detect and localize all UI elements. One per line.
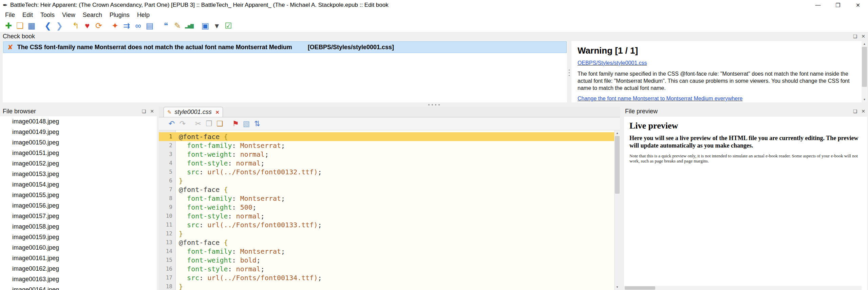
file-item[interactable]: image00150.jpeg (0, 137, 157, 148)
scroll-up-icon[interactable]: ▲ (615, 130, 620, 136)
code-area[interactable]: 1@font-face {2 font-family: Montserrat;3… (159, 130, 614, 290)
save-icon[interactable]: ▦ (26, 20, 37, 31)
file-item[interactable]: image00149.jpeg (0, 127, 157, 137)
file-item[interactable]: image00151.jpeg (0, 148, 157, 158)
new-file-icon[interactable]: ✚ (3, 20, 14, 31)
menu-view[interactable]: View (58, 10, 79, 20)
code-line[interactable]: 17 src: url(../Fonts/font00134.ttf); (159, 273, 614, 282)
index-icon[interactable]: ▤ (144, 20, 155, 31)
line-number: 5 (159, 168, 176, 176)
menu-plugins[interactable]: Plugins (106, 10, 133, 20)
horizontal-splitter[interactable] (0, 102, 868, 107)
scroll-down-icon[interactable]: ▼ (615, 284, 620, 290)
menu-edit[interactable]: Edit (19, 10, 37, 20)
file-item[interactable]: image00158.jpeg (0, 221, 157, 232)
menu-tools[interactable]: Tools (37, 10, 58, 20)
scrollbar-track[interactable] (862, 47, 867, 97)
special-char-icon[interactable]: ▧ (241, 118, 252, 129)
sort-az-icon[interactable]: ⇅ (252, 118, 263, 129)
float-panel-icon[interactable]: ❏ (853, 108, 857, 114)
close-panel-icon[interactable]: ✕ (861, 108, 865, 114)
file-item[interactable]: image00157.jpeg (0, 211, 157, 221)
reports-icon[interactable]: ▂▅▇ (183, 20, 195, 31)
file-item[interactable]: image00154.jpeg (0, 179, 157, 190)
code-line[interactable]: 12} (159, 229, 614, 238)
minimize-button[interactable]: — (808, 0, 828, 10)
code-line[interactable]: 4 font-style: normal; (159, 159, 614, 168)
undo-arrow-icon[interactable]: ↰ (70, 20, 81, 31)
close-button[interactable]: ✕ (848, 0, 868, 10)
file-item[interactable]: image00162.jpeg (0, 264, 157, 274)
quotes-icon[interactable]: ❝ (160, 20, 172, 31)
cut-icon[interactable]: ✂ (193, 118, 204, 129)
menu-help[interactable]: Help (133, 10, 153, 20)
code-line[interactable]: 3 font-weight: normal; (159, 150, 614, 159)
donate-heart-icon[interactable]: ♥ (81, 20, 93, 31)
menu-search[interactable]: Search (79, 10, 106, 20)
code-line[interactable]: 7@font-face { (159, 185, 614, 194)
check-detail-scrollbar[interactable]: ▲ ▼ (862, 41, 867, 102)
file-item[interactable]: image00156.jpeg (0, 200, 157, 211)
flame-icon[interactable]: ✦ (109, 20, 121, 31)
vertical-splitter-right[interactable] (620, 107, 622, 290)
split-arrows-icon[interactable]: ⇉ (121, 20, 132, 31)
file-item[interactable]: image00153.jpeg (0, 169, 157, 179)
fix-font-name-link[interactable]: Change the font name Montserrat to Monts… (578, 96, 742, 101)
editor-scrollbar[interactable]: ▲ ▼ (614, 130, 620, 290)
code-line[interactable]: 15 font-weight: bold; (159, 256, 614, 265)
preview-horizontal-scrollbar[interactable] (624, 286, 862, 290)
back-icon[interactable]: ❮ (42, 20, 54, 31)
code-line[interactable]: 13@font-face { (159, 238, 614, 247)
scroll-down-icon[interactable]: ▼ (862, 97, 867, 102)
forward-icon[interactable]: ❯ (54, 20, 65, 31)
scrollbar-track[interactable] (615, 136, 620, 284)
menu-bar: FileEditToolsViewSearchPluginsHelp (0, 10, 868, 20)
code-line[interactable]: 6} (159, 176, 614, 185)
check-result-row[interactable]: ✘ The CSS font-family name Montserrat do… (3, 41, 567, 53)
undo-icon[interactable]: ↶ (166, 118, 177, 129)
float-panel-icon[interactable]: ❏ (853, 33, 857, 39)
menu-file[interactable]: File (1, 10, 19, 20)
file-item[interactable]: image00160.jpeg (0, 243, 157, 253)
code-line[interactable]: 9 font-weight: 500; (159, 203, 614, 212)
code-line[interactable]: 11 src: url(../Fonts/font00133.ttf); (159, 220, 614, 229)
redo-icon[interactable]: ↷ (177, 118, 188, 129)
scrollbar-thumb[interactable] (862, 47, 867, 87)
language-box-icon[interactable]: ▣ (200, 20, 211, 31)
dropdown-arrow-icon[interactable]: ▾ (211, 20, 223, 31)
close-panel-icon[interactable]: ✕ (861, 33, 865, 39)
file-item[interactable]: image00152.jpeg (0, 158, 157, 169)
file-item[interactable]: image00164.jpeg (0, 285, 157, 290)
scrollbar-thumb[interactable] (625, 286, 655, 290)
spellcheck-pen-icon[interactable]: ✎ (172, 20, 183, 31)
scrollbar-thumb[interactable] (615, 136, 620, 194)
code-line[interactable]: 14 font-family: Montserrat; (159, 247, 614, 256)
close-panel-icon[interactable]: ✕ (150, 108, 154, 114)
file-item[interactable]: image00159.jpeg (0, 232, 157, 243)
find-icon[interactable]: ∞ (132, 20, 144, 31)
code-line[interactable]: 18} (159, 282, 614, 290)
paste-icon[interactable]: ❑ (214, 118, 225, 129)
copy-icon[interactable]: ❐ (204, 118, 214, 129)
scroll-up-icon[interactable]: ▲ (862, 41, 867, 47)
refresh-icon[interactable]: ⟳ (93, 20, 105, 31)
maximize-button[interactable]: ❐ (828, 0, 848, 10)
file-item[interactable]: image00163.jpeg (0, 274, 157, 285)
code-line[interactable]: 2 font-family: Montserrat; (159, 141, 614, 150)
spellcheck-toggle-icon[interactable]: ☑ (223, 20, 234, 31)
code-line[interactable]: 1@font-face { (159, 132, 614, 141)
tab-style0001-css[interactable]: ✎ style0001.css ✕ (164, 107, 223, 117)
code-line[interactable]: 16 font-style: normal; (159, 265, 614, 273)
float-panel-icon[interactable]: ❏ (142, 108, 146, 114)
code-line[interactable]: 5 src: url(../Fonts/font00132.ttf); (159, 168, 614, 176)
stylesheet-link[interactable]: OEBPS/Styles/style0001.css (578, 60, 647, 66)
code-line[interactable]: 10 font-style: normal; (159, 212, 614, 220)
file-item[interactable]: image00161.jpeg (0, 253, 157, 264)
check-book-splitter[interactable] (567, 41, 571, 102)
marker-icon[interactable]: ⚑ (230, 118, 241, 129)
tab-close-icon[interactable]: ✕ (215, 110, 220, 115)
file-item[interactable]: image00148.jpeg (0, 116, 157, 127)
open-folder-icon[interactable]: ❏ (14, 20, 26, 31)
code-line[interactable]: 8 font-family: Montserrat; (159, 194, 614, 203)
file-item[interactable]: image00155.jpeg (0, 190, 157, 200)
